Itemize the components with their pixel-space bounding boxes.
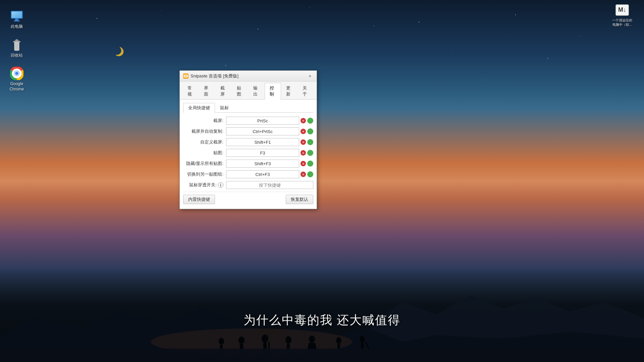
shortcut-confirm-screenshot[interactable] — [307, 118, 313, 124]
chrome-icon-label: Google Chrome — [5, 81, 29, 92]
svg-point-14 — [285, 336, 291, 344]
svg-rect-44 — [184, 75, 186, 77]
desktop-icons: 此电脑 回收站 — [3, 7, 30, 95]
chrome-icon — [10, 67, 23, 80]
svg-rect-33 — [15, 40, 18, 41]
shortcut-input-wrap-custom-screenshot: ✕ — [226, 138, 313, 146]
desktop-icon-markdown[interactable]: M↓ 一个强迫症的电脑中（软... — [607, 3, 637, 27]
shortcut-row-switch-group: 切换到另一贴图组: ✕ — [183, 170, 313, 178]
recycle-icon-label: 回收站 — [11, 53, 23, 58]
shortcut-input-mouse-passthrough[interactable] — [226, 181, 313, 189]
svg-rect-30 — [14, 20, 20, 21]
dialog-content: 全局快捷键 鼠标 截屏: ✕ 截屏并自动复制: ✕ — [180, 100, 317, 209]
shortcut-label-switch-group: 切换到另一贴图组: — [183, 171, 223, 177]
shortcut-input-wrap-screenshot: ✕ — [226, 117, 313, 125]
dialog-bottom-buttons: 内置快捷键 恢复默认 — [183, 192, 313, 205]
built-in-shortcuts-button[interactable]: 内置快捷键 — [183, 195, 215, 204]
shortcut-label-group-mouse: 鼠标穿透开关: ℹ — [183, 182, 223, 188]
tab-paste[interactable]: 贴图 — [232, 83, 248, 99]
shortcut-input-paste-image[interactable] — [226, 149, 299, 157]
pc-icon — [10, 9, 23, 23]
shortcut-clear-paste-image[interactable]: ✕ — [301, 150, 306, 156]
shortcut-input-switch-group[interactable] — [226, 170, 299, 178]
dialog-titlebar: Snipaste 首选项 [免费版] × — [180, 71, 317, 81]
shortcut-label-paste-image: 贴图: — [183, 150, 223, 156]
shortcut-row-screenshot: 截屏: ✕ — [183, 117, 313, 125]
shortcut-clear-screenshot[interactable]: ✕ — [301, 118, 306, 123]
shortcut-clear-custom-screenshot[interactable]: ✕ — [301, 139, 306, 145]
shortcut-row-hide-show: 隐藏/显示所有贴图: ✕ — [183, 160, 313, 168]
svg-point-10 — [262, 335, 268, 343]
shortcut-input-screenshot[interactable] — [226, 117, 299, 125]
svg-point-7 — [238, 337, 245, 344]
shortcut-input-screenshot-copy[interactable] — [226, 127, 299, 135]
svg-point-22 — [360, 336, 365, 343]
shortcut-clear-screenshot-copy[interactable]: ✕ — [301, 129, 306, 134]
shortcut-input-custom-screenshot[interactable] — [226, 138, 299, 146]
dialog-sub-tabs: 全局快捷键 鼠标 — [183, 103, 313, 113]
markdown-icon: M↓ — [615, 3, 629, 17]
svg-point-4 — [219, 338, 224, 345]
tab-control[interactable]: 控制 — [265, 83, 281, 100]
shortcut-row-custom-screenshot: 自定义截屏: ✕ — [183, 138, 313, 146]
info-icon-mouse[interactable]: ℹ — [218, 182, 223, 188]
tab-output[interactable]: 输出 — [248, 83, 265, 99]
tab-interface[interactable]: 界面 — [199, 83, 215, 99]
dialog-main-tabs: 常规 界面 截屏 贴图 输出 控制 更新 关于 — [180, 81, 317, 100]
svg-point-19 — [336, 337, 341, 344]
shortcut-input-wrap-switch-group: ✕ — [226, 170, 313, 178]
shortcut-input-wrap-hide-show: ✕ — [226, 160, 313, 168]
titlebar-left: Snipaste 首选项 [免费版] — [183, 73, 238, 79]
svg-rect-29 — [15, 18, 18, 20]
pc-icon-label: 此电脑 — [11, 24, 23, 29]
restore-default-button[interactable]: 恢复默认 — [286, 195, 313, 204]
shortcut-input-wrap-screenshot-copy: ✕ — [226, 127, 313, 135]
shortcut-confirm-screenshot-copy[interactable] — [307, 128, 313, 134]
shortcut-label-hide-show: 隐藏/显示所有贴图: — [183, 161, 223, 167]
tab-general[interactable]: 常规 — [182, 83, 199, 99]
shortcut-input-hide-show[interactable] — [226, 160, 299, 168]
shortcut-clear-switch-group[interactable]: ✕ — [301, 172, 306, 177]
shortcut-label-custom-screenshot: 自定义截屏: — [183, 139, 223, 145]
tab-update[interactable]: 更新 — [281, 83, 298, 99]
shortcut-row-paste-image: 贴图: ✕ — [183, 149, 313, 157]
taskbar — [0, 349, 644, 362]
shortcut-confirm-hide-show[interactable] — [307, 161, 313, 167]
sub-tab-global-shortcuts[interactable]: 全局快捷键 — [183, 103, 215, 113]
shortcut-confirm-custom-screenshot[interactable] — [307, 139, 313, 145]
svg-rect-28 — [12, 12, 22, 18]
tab-screenshot[interactable]: 截屏 — [215, 83, 232, 99]
desktop-icon-google-chrome[interactable]: Google Chrome — [3, 64, 30, 95]
shortcut-label-screenshot: 截屏: — [183, 118, 223, 124]
desktop-icon-recycle-bin[interactable]: 回收站 — [3, 36, 30, 61]
subtitle-text: 为什么中毒的我 还大喊值得 — [244, 312, 400, 328]
shortcut-input-wrap-mouse — [226, 181, 313, 189]
shortcut-clear-hide-show[interactable]: ✕ — [301, 161, 306, 166]
desktop-icon-this-pc[interactable]: 此电脑 — [3, 7, 30, 32]
svg-text:M↓: M↓ — [618, 6, 626, 13]
shortcut-input-wrap-paste-image: ✕ — [226, 149, 313, 157]
shortcut-row-screenshot-copy: 截屏并自动复制: ✕ — [183, 127, 313, 135]
shortcut-label-mouse-passthrough: 鼠标穿透开关: — [189, 182, 217, 188]
tab-about[interactable]: 关于 — [298, 83, 314, 99]
shortcut-confirm-paste-image[interactable] — [307, 150, 313, 156]
markdown-icon-label: 一个强迫症的电脑中（软... — [612, 18, 632, 27]
svg-point-39 — [15, 71, 19, 75]
shortcut-row-mouse-passthrough: 鼠标穿透开关: ℹ — [183, 181, 313, 189]
dialog-title: Snipaste 首选项 [免费版] — [191, 73, 238, 79]
snipaste-logo-icon — [183, 73, 189, 79]
sub-tab-mouse[interactable]: 鼠标 — [215, 103, 234, 113]
recycle-icon — [10, 38, 23, 52]
shortcut-confirm-switch-group[interactable] — [307, 171, 313, 177]
dialog-close-button[interactable]: × — [307, 73, 313, 79]
svg-point-17 — [309, 336, 315, 343]
shortcut-label-screenshot-copy: 截屏并自动复制: — [183, 128, 223, 134]
snipaste-dialog[interactable]: Snipaste 首选项 [免费版] × 常规 界面 截屏 贴图 输出 控制 更… — [179, 70, 317, 209]
